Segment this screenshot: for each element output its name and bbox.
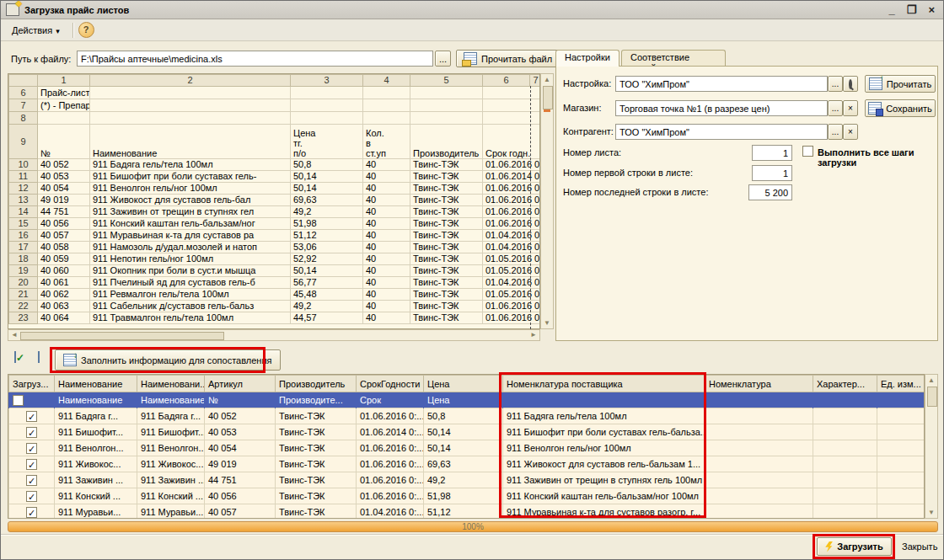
actions-menu-button[interactable]: Действия▾ <box>4 22 67 39</box>
table-row[interactable]: ✓911 Живокос...911 Живокос...49 019Твинс… <box>9 456 925 472</box>
first-row-input[interactable] <box>752 165 792 181</box>
mapping-cell[interactable]: 40 056 <box>205 488 276 504</box>
grid-cell[interactable]: 44,57 <box>291 312 363 324</box>
mapping-cell[interactable] <box>877 488 925 504</box>
grid-cell[interactable]: 40 059 <box>38 253 90 265</box>
grid-cell[interactable]: 49,2 <box>291 206 363 218</box>
row-checkbox-cell[interactable]: ✓ <box>9 408 55 424</box>
row-checkbox[interactable]: ✓ <box>26 427 37 438</box>
mapping-cell[interactable] <box>877 504 925 520</box>
mapping-cell[interactable]: Твинс-ТЭК <box>276 456 357 472</box>
mapping-cell[interactable]: 911 Бадяга гель/тела 100мл <box>503 408 705 424</box>
mapping-cell[interactable]: 01.06.2016 0:... <box>357 472 424 488</box>
grid-column-header[interactable]: 5 <box>410 75 483 87</box>
mapping-cell[interactable]: Твинс-ТЭК <box>276 504 357 520</box>
grid-cell[interactable]: 01.06.2016 0:00:00 <box>483 195 541 206</box>
grid-row-header[interactable]: 11 <box>9 171 38 183</box>
grid-vscroll-thumb[interactable] <box>543 86 553 109</box>
grid-cell[interactable]: Твинс-ТЭК <box>410 206 483 218</box>
grid-cell[interactable]: 01.06.2016 0:00:00 <box>483 183 541 195</box>
mapping-cell[interactable] <box>813 456 877 472</box>
grid-column-header[interactable]: 3 <box>291 75 363 87</box>
mapping-field-cell[interactable]: Производите... <box>276 392 357 408</box>
mapping-cell[interactable]: 911 Живокос... <box>55 456 137 472</box>
mapping-cell[interactable] <box>877 440 925 456</box>
row-checkbox[interactable]: ✓ <box>26 459 37 470</box>
grid-cell[interactable]: 01.05.2016 0:00:00 <box>483 289 541 301</box>
grid-row-header[interactable]: 12 <box>9 183 38 195</box>
grid-cell[interactable]: 40 057 <box>38 230 90 242</box>
row-checkbox-cell[interactable]: ✓ <box>9 504 55 520</box>
fill-mapping-info-button[interactable]: Заполнить информацию для сопоставления <box>55 349 281 371</box>
mapping-cell[interactable]: 911 Конский ... <box>137 488 205 504</box>
setting-browse-button[interactable]: ... <box>828 76 843 92</box>
grid-cell[interactable]: 911 Пчелиный яд для суставов гель-б <box>90 277 291 289</box>
store-browse-button[interactable]: ... <box>828 100 843 116</box>
mapping-cell[interactable] <box>705 504 813 520</box>
mapping-cell[interactable]: 911 Конский каштан гель-бальзам/ног 100м… <box>503 488 705 504</box>
grid-cell[interactable]: Цена тг. п/о <box>291 125 363 159</box>
tab-settings[interactable]: Настройки <box>555 50 620 67</box>
mapping-field-row[interactable]: НаименованиеНаименование№Производите...С… <box>9 392 925 408</box>
grid-row-header[interactable]: 20 <box>9 277 38 289</box>
grid-cell[interactable] <box>410 112 483 125</box>
grid-cell[interactable]: 911 Живокост для суставов гель-бал <box>90 195 291 206</box>
mapping-cell[interactable]: 40 053 <box>205 424 276 440</box>
grid-cell[interactable]: Твинс-ТЭК <box>410 230 483 242</box>
scroll-left-icon[interactable]: ◄ <box>11 330 18 340</box>
mapping-vscroll-thumb[interactable] <box>927 387 937 407</box>
grid-cell[interactable]: 01.05.2016 0:00:00 <box>483 253 541 265</box>
tab-field-mapping[interactable]: Соответствие полей <box>621 50 726 66</box>
grid-row-header[interactable]: 13 <box>9 195 38 206</box>
grid-cell[interactable]: 40 052 <box>38 159 90 171</box>
row-checkbox-cell[interactable]: ✓ <box>9 488 55 504</box>
grid-cell[interactable] <box>483 112 541 125</box>
row-checkbox-cell[interactable]: ✓ <box>9 456 55 472</box>
mapping-field-cell[interactable] <box>813 392 877 408</box>
mapping-field-cell[interactable] <box>705 392 813 408</box>
mapping-cell[interactable]: 50,8 <box>424 408 503 424</box>
grid-cell[interactable]: Кол. в ст.уп <box>363 125 410 159</box>
mapping-cell[interactable]: 49,2 <box>424 472 503 488</box>
mapping-field-cell[interactable]: Наименование <box>137 392 205 408</box>
grid-cell[interactable]: 911 Венолгон гель/ног 100мл <box>90 183 291 195</box>
setting-search-button[interactable] <box>843 76 858 92</box>
mapping-column-header[interactable]: Номенклатура <box>705 376 813 392</box>
mapping-column-header[interactable]: Характер... <box>813 376 877 392</box>
scroll-down-icon[interactable]: ▼ <box>925 509 937 516</box>
mapping-cell[interactable]: 01.06.2016 0:... <box>357 456 424 472</box>
grid-corner-cell[interactable] <box>9 75 38 87</box>
grid-cell[interactable]: 40 054 <box>38 183 90 195</box>
mapping-cell[interactable] <box>813 504 877 520</box>
mapping-cell[interactable] <box>705 456 813 472</box>
grid-cell[interactable]: 51,12 <box>291 230 363 242</box>
mapping-cell[interactable]: 01.04.2016 0:... <box>357 504 424 520</box>
mapping-field-cell[interactable]: Наименование <box>55 392 137 408</box>
grid-cell[interactable]: 911 Окопник при боли в суст.и мышца <box>90 265 291 277</box>
scroll-up-icon[interactable]: ▲ <box>925 376 937 384</box>
row-checkbox[interactable]: ✓ <box>26 491 37 502</box>
mapping-cell[interactable]: 911 Бадяга г... <box>137 408 205 424</box>
grid-cell[interactable] <box>410 99 483 112</box>
table-row[interactable]: ✓911 Бишофит...911 Бишофит...40 053Твинс… <box>9 424 925 440</box>
grid-cell[interactable]: 911 Непотин гель/ног 100мл <box>90 253 291 265</box>
grid-cell[interactable]: 49,2 <box>291 301 363 312</box>
grid-cell[interactable]: 40 <box>363 289 410 301</box>
grid-cell[interactable]: 911 Намозоль д/удал.мозолей и натоп <box>90 242 291 253</box>
mapping-cell[interactable] <box>705 472 813 488</box>
grid-cell[interactable]: 911 Ревмалгон гель/тела 100мл <box>90 289 291 301</box>
mapping-field-cell[interactable] <box>503 392 705 408</box>
grid-cell[interactable]: 40 061 <box>38 277 90 289</box>
grid-row-header[interactable]: 9 <box>9 125 38 159</box>
grid-cell[interactable]: 40 062 <box>38 289 90 301</box>
mapping-table[interactable]: Загруз...НаименованиеНаименовани...Артик… <box>8 374 925 519</box>
mapping-cell[interactable]: 911 Бишофит... <box>137 424 205 440</box>
mapping-cell[interactable]: 44 751 <box>205 472 276 488</box>
grid-cell[interactable]: 50,14 <box>291 265 363 277</box>
grid-row-header[interactable]: 23 <box>9 312 38 324</box>
contractor-clear-button[interactable]: × <box>843 124 858 140</box>
grid-cell[interactable]: 911 Муравьиная к-та для суставов ра <box>90 230 291 242</box>
mapping-cell[interactable]: 51,12 <box>424 504 503 520</box>
grid-cell[interactable]: Твинс-ТЭК <box>410 218 483 230</box>
grid-cell[interactable]: 40 <box>363 183 410 195</box>
